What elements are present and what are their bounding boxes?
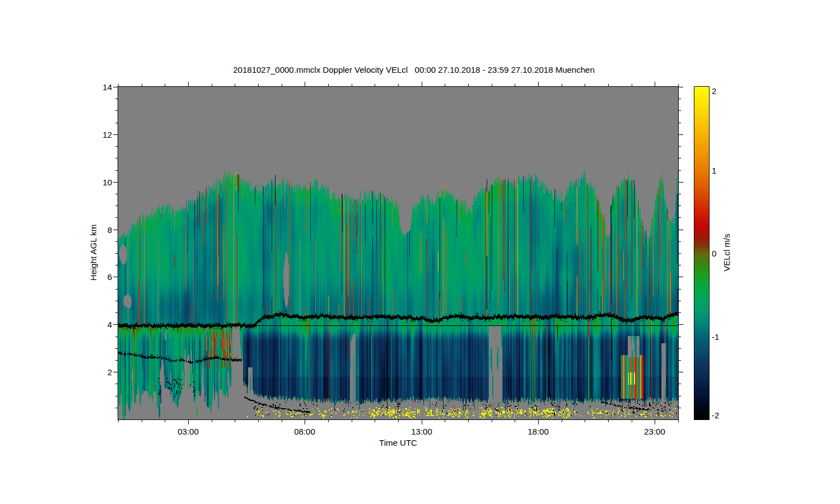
x-axis-tick — [352, 420, 352, 422]
y-axis-tick-right — [679, 123, 681, 123]
y-axis-tick — [113, 324, 118, 325]
chart-title: 20181027_0000.mmclx Doppler Velocity VEL… — [233, 65, 594, 74]
x-axis-tick-top — [422, 82, 422, 86]
doppler-velocity-quicklook: 20181027_0000.mmclx Doppler Velocity VEL… — [0, 0, 840, 504]
x-axis-tick-top — [328, 84, 329, 86]
y-axis-tick — [115, 289, 118, 290]
x-axis-tick — [422, 420, 422, 424]
x-axis-tick — [538, 420, 539, 424]
x-axis-tick-top — [492, 84, 492, 86]
y-axis-tick-right — [679, 324, 683, 325]
y-axis-tick-right — [679, 277, 683, 277]
y-axis-tick — [115, 265, 118, 265]
y-tick-label: 10 — [86, 178, 112, 187]
y-axis-tick-right — [679, 146, 681, 147]
x-tick-label: 18:00 — [519, 427, 558, 436]
colorbar-gradient — [694, 87, 709, 419]
x-axis-tick — [212, 420, 212, 422]
x-axis-tick-top — [165, 84, 165, 86]
x-axis-label: Time UTC — [379, 438, 417, 447]
y-axis-tick — [115, 158, 118, 158]
y-axis-tick — [113, 230, 118, 230]
x-axis-tick-top — [118, 84, 119, 86]
y-axis-tick-right — [679, 265, 681, 265]
y-tick-label: 14 — [86, 82, 112, 92]
y-axis-tick — [115, 253, 118, 254]
y-axis-tick-right — [679, 337, 681, 337]
y-axis-tick — [115, 146, 118, 147]
x-axis-tick — [632, 420, 632, 422]
x-axis-tick — [165, 420, 165, 422]
x-axis-tick-top — [282, 84, 282, 86]
x-axis-tick — [118, 420, 119, 422]
y-axis-tick — [113, 134, 118, 135]
y-axis-tick — [115, 301, 118, 301]
x-axis-tick-top — [142, 84, 142, 86]
y-axis-tick — [115, 194, 118, 194]
x-axis-tick — [305, 420, 305, 424]
x-axis-tick — [235, 420, 235, 422]
y-axis-tick-right — [679, 110, 681, 111]
x-axis-tick-top — [632, 84, 632, 86]
y-axis-tick-right — [679, 384, 681, 384]
y-axis-tick — [115, 312, 118, 313]
x-axis-tick — [398, 420, 399, 422]
y-axis-tick-right — [679, 289, 681, 290]
y-axis-tick-right — [679, 360, 681, 361]
y-axis-tick-right — [679, 241, 681, 242]
y-axis-tick-right — [679, 99, 681, 99]
x-axis-tick-top — [585, 84, 585, 86]
velocity-heatmap — [118, 87, 678, 419]
y-axis-tick — [115, 170, 118, 171]
y-axis-tick — [115, 396, 118, 396]
y-axis-tick-right — [679, 301, 681, 301]
colorbar-tick-label: 2 — [712, 86, 734, 96]
x-axis-tick — [445, 420, 445, 422]
y-axis-tick — [113, 372, 118, 372]
y-tick-label: 6 — [86, 272, 112, 282]
y-tick-label: 2 — [86, 367, 112, 377]
x-axis-tick — [328, 420, 329, 422]
x-axis-tick-top — [305, 82, 305, 86]
x-axis-tick-top — [188, 82, 189, 86]
x-axis-tick — [678, 420, 679, 422]
x-tick-label: 23:00 — [635, 427, 674, 436]
y-tick-label: 4 — [86, 320, 112, 329]
y-axis-tick-right — [679, 170, 681, 171]
plot-area — [118, 86, 679, 420]
y-axis-tick — [115, 360, 118, 361]
y-axis-tick-right — [679, 206, 681, 206]
x-axis-tick-top — [212, 84, 212, 86]
x-axis-tick-top — [608, 84, 609, 86]
y-axis-tick — [113, 277, 118, 277]
y-axis-tick — [115, 206, 118, 206]
y-axis-tick — [115, 99, 118, 99]
x-axis-tick — [282, 420, 282, 422]
x-tick-label: 03:00 — [169, 427, 208, 436]
colorbar-tick-label: -2 — [712, 410, 734, 420]
y-tick-label: 8 — [86, 225, 112, 235]
x-axis-tick — [608, 420, 609, 422]
x-axis-tick — [655, 420, 655, 424]
y-axis-tick-right — [679, 348, 681, 349]
colorbar — [694, 86, 710, 420]
y-axis-tick-right — [679, 217, 681, 218]
x-axis-tick — [142, 420, 142, 422]
x-tick-label: 08:00 — [285, 427, 324, 436]
x-axis-tick — [188, 420, 189, 424]
y-axis-tick-right — [679, 158, 681, 158]
y-axis-tick-right — [679, 253, 681, 254]
x-axis-tick — [375, 420, 375, 422]
x-axis-tick-top — [258, 84, 259, 86]
y-axis-tick — [115, 348, 118, 349]
y-axis-tick-right — [679, 182, 683, 183]
y-axis-tick — [113, 182, 118, 183]
y-axis-tick — [115, 123, 118, 123]
x-axis-tick — [515, 420, 515, 422]
y-axis-tick — [115, 384, 118, 384]
y-axis-tick-right — [679, 372, 683, 372]
x-axis-tick — [585, 420, 585, 422]
y-axis-tick-right — [679, 194, 681, 194]
y-axis-tick-right — [679, 87, 683, 87]
x-axis-tick — [258, 420, 259, 422]
